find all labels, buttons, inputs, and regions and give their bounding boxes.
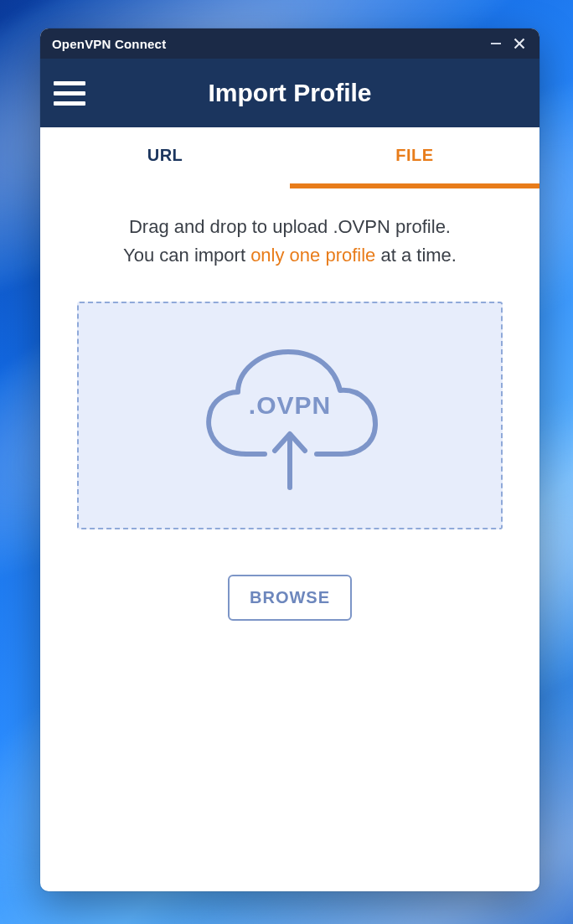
content-area: Drag and drop to upload .OVPN profile. Y… <box>40 189 539 621</box>
minimize-icon <box>489 37 503 50</box>
app-window: OpenVPN Connect Import Profile URL FILE … <box>40 28 539 891</box>
minimize-button[interactable] <box>484 32 508 55</box>
instruction-highlight: only one profile <box>250 245 375 266</box>
instruction-suffix: at a time. <box>375 245 457 266</box>
instruction-line-1: Drag and drop to upload .OVPN profile. <box>65 213 514 241</box>
hamburger-icon <box>54 81 85 85</box>
cloud-upload-icon: .OVPN <box>181 332 399 499</box>
tab-bar: URL FILE <box>40 127 539 189</box>
instruction-line-2: You can import only one profile at a tim… <box>65 241 514 270</box>
close-button[interactable] <box>508 32 531 55</box>
tab-file[interactable]: FILE <box>290 127 539 188</box>
menu-button[interactable] <box>54 75 90 111</box>
browse-button[interactable]: BROWSE <box>228 575 352 621</box>
cloud-label-text: .OVPN <box>249 391 331 419</box>
tab-url[interactable]: URL <box>40 127 290 188</box>
instruction-prefix: You can import <box>123 245 250 266</box>
window-titlebar: OpenVPN Connect <box>40 28 539 59</box>
dropzone[interactable]: .OVPN <box>77 302 503 529</box>
page-title: Import Profile <box>208 79 371 107</box>
close-icon <box>513 37 526 50</box>
window-title: OpenVPN Connect <box>52 37 166 51</box>
app-header: Import Profile <box>40 59 539 127</box>
